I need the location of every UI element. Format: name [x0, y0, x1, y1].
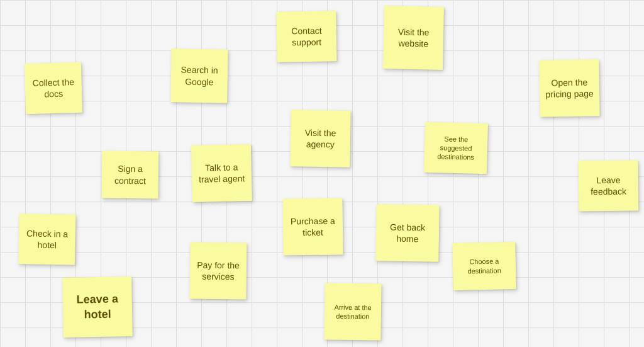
sticky-note-visit-agency[interactable]: Visit the agency: [290, 110, 350, 167]
sticky-note-purchase-ticket[interactable]: Purchase a ticket: [282, 198, 343, 255]
sticky-note-contact-support[interactable]: Contact support: [276, 11, 336, 62]
sticky-note-arrive-destination[interactable]: Arrive at the destination: [324, 283, 381, 340]
sticky-note-see-destinations[interactable]: See the suggested destinations: [424, 122, 488, 174]
sticky-note-sign-contract[interactable]: Sign a contract: [102, 151, 159, 199]
sticky-note-collect-docs[interactable]: Collect the docs: [25, 62, 82, 114]
sticky-note-check-hotel[interactable]: Check in a hotel: [18, 213, 75, 265]
sticky-note-leave-feedback[interactable]: Leave feedback: [579, 161, 639, 212]
sticky-note-search-google[interactable]: Search in Google: [170, 48, 228, 103]
sticky-note-open-pricing[interactable]: Open the pricing page: [539, 59, 600, 117]
sticky-note-leave-hotel[interactable]: Leave a hotel: [62, 276, 133, 338]
sticky-note-visit-website[interactable]: Visit the website: [383, 6, 444, 70]
sticky-note-choose-destination[interactable]: Choose a destination: [452, 242, 516, 290]
sticky-note-get-back-home[interactable]: Get back home: [375, 204, 439, 262]
sticky-note-talk-agent[interactable]: Talk to a travel agent: [191, 144, 252, 202]
sticky-note-pay-services[interactable]: Pay for the services: [190, 242, 247, 300]
